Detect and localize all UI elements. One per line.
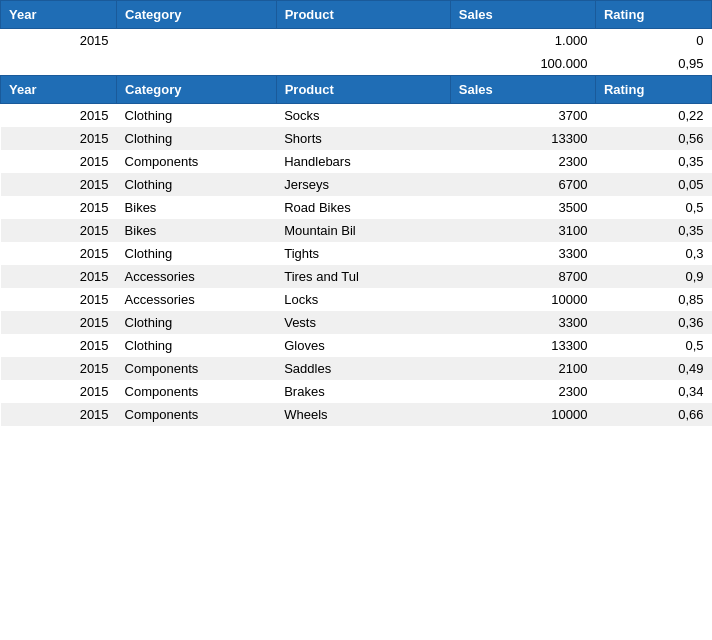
summary-2-year xyxy=(1,52,117,76)
row-sales: 3700 xyxy=(450,104,595,128)
row-rating: 0,49 xyxy=(595,357,711,380)
summary-2-sales: 100.000 xyxy=(450,52,595,76)
summary-1-year: 2015 xyxy=(1,29,117,53)
table-row: 2015ClothingShorts133000,56 xyxy=(1,127,712,150)
row-product: Wheels xyxy=(276,403,450,426)
row-sales: 3300 xyxy=(450,242,595,265)
table-row: 2015ClothingTights33000,3 xyxy=(1,242,712,265)
top-header-row: Year Category Product Sales Rating xyxy=(1,1,712,29)
summary-1-rating: 0 xyxy=(595,29,711,53)
row-category: Components xyxy=(117,403,277,426)
table-row: 2015ComponentsHandlebars23000,35 xyxy=(1,150,712,173)
summary-1-sales: 1.000 xyxy=(450,29,595,53)
row-product: Shorts xyxy=(276,127,450,150)
row-product: Road Bikes xyxy=(276,196,450,219)
row-year: 2015 xyxy=(1,219,117,242)
row-product: Vests xyxy=(276,311,450,334)
row-year: 2015 xyxy=(1,242,117,265)
table-row: 2015ClothingVests33000,36 xyxy=(1,311,712,334)
row-year: 2015 xyxy=(1,288,117,311)
row-year: 2015 xyxy=(1,334,117,357)
top-header-rating: Rating xyxy=(595,1,711,29)
summary-row-2: 100.000 0,95 xyxy=(1,52,712,76)
summary-1-product xyxy=(276,29,450,53)
summary-row-1: 2015 1.000 0 xyxy=(1,29,712,53)
row-rating: 0,22 xyxy=(595,104,711,128)
row-category: Components xyxy=(117,357,277,380)
row-category: Clothing xyxy=(117,104,277,128)
row-rating: 0,05 xyxy=(595,173,711,196)
row-product: Handlebars xyxy=(276,150,450,173)
row-sales: 3100 xyxy=(450,219,595,242)
data-rows-body: 2015ClothingSocks37000,222015ClothingSho… xyxy=(1,104,712,427)
row-product: Tires and Tul xyxy=(276,265,450,288)
top-header-year: Year xyxy=(1,1,117,29)
row-sales: 3300 xyxy=(450,311,595,334)
table-row: 2015ClothingGloves133000,5 xyxy=(1,334,712,357)
row-year: 2015 xyxy=(1,311,117,334)
row-category: Accessories xyxy=(117,288,277,311)
row-sales: 2300 xyxy=(450,380,595,403)
row-rating: 0,36 xyxy=(595,311,711,334)
row-sales: 10000 xyxy=(450,403,595,426)
row-product: Jerseys xyxy=(276,173,450,196)
table-row: 2015AccessoriesTires and Tul87000,9 xyxy=(1,265,712,288)
table-row: 2015ComponentsWheels100000,66 xyxy=(1,403,712,426)
second-header-sales: Sales xyxy=(450,76,595,104)
row-year: 2015 xyxy=(1,265,117,288)
row-product: Locks xyxy=(276,288,450,311)
row-rating: 0,3 xyxy=(595,242,711,265)
summary-2-category xyxy=(117,52,277,76)
row-category: Components xyxy=(117,380,277,403)
row-sales: 10000 xyxy=(450,288,595,311)
row-rating: 0,9 xyxy=(595,265,711,288)
row-rating: 0,56 xyxy=(595,127,711,150)
row-sales: 8700 xyxy=(450,265,595,288)
second-header-rating: Rating xyxy=(595,76,711,104)
table-row: 2015ClothingSocks37000,22 xyxy=(1,104,712,128)
table-row: 2015ClothingJerseys67000,05 xyxy=(1,173,712,196)
table-row: 2015BikesMountain Bil31000,35 xyxy=(1,219,712,242)
row-category: Bikes xyxy=(117,196,277,219)
row-rating: 0,5 xyxy=(595,334,711,357)
row-product: Brakes xyxy=(276,380,450,403)
row-category: Clothing xyxy=(117,242,277,265)
top-header-product: Product xyxy=(276,1,450,29)
row-category: Clothing xyxy=(117,334,277,357)
top-header-category: Category xyxy=(117,1,277,29)
summary-2-rating: 0,95 xyxy=(595,52,711,76)
second-header-product: Product xyxy=(276,76,450,104)
data-table: Year Category Product Sales Rating 2015 … xyxy=(0,0,712,426)
main-container: Year Category Product Sales Rating 2015 … xyxy=(0,0,712,640)
summary-1-category xyxy=(117,29,277,53)
row-year: 2015 xyxy=(1,380,117,403)
row-sales: 3500 xyxy=(450,196,595,219)
row-product: Gloves xyxy=(276,334,450,357)
row-sales: 2100 xyxy=(450,357,595,380)
row-product: Tights xyxy=(276,242,450,265)
row-rating: 0,35 xyxy=(595,150,711,173)
table-row: 2015ComponentsSaddles21000,49 xyxy=(1,357,712,380)
row-sales: 6700 xyxy=(450,173,595,196)
row-year: 2015 xyxy=(1,403,117,426)
row-rating: 0,66 xyxy=(595,403,711,426)
row-product: Saddles xyxy=(276,357,450,380)
second-header-category: Category xyxy=(117,76,277,104)
row-sales: 2300 xyxy=(450,150,595,173)
row-product: Mountain Bil xyxy=(276,219,450,242)
table-row: 2015BikesRoad Bikes35000,5 xyxy=(1,196,712,219)
row-sales: 13300 xyxy=(450,127,595,150)
row-year: 2015 xyxy=(1,150,117,173)
row-year: 2015 xyxy=(1,104,117,128)
table-row: 2015AccessoriesLocks100000,85 xyxy=(1,288,712,311)
row-category: Components xyxy=(117,150,277,173)
row-rating: 0,5 xyxy=(595,196,711,219)
row-category: Clothing xyxy=(117,127,277,150)
row-category: Accessories xyxy=(117,265,277,288)
top-header-sales: Sales xyxy=(450,1,595,29)
table-row: 2015ComponentsBrakes23000,34 xyxy=(1,380,712,403)
row-category: Bikes xyxy=(117,219,277,242)
row-rating: 0,85 xyxy=(595,288,711,311)
summary-2-product xyxy=(276,52,450,76)
row-sales: 13300 xyxy=(450,334,595,357)
